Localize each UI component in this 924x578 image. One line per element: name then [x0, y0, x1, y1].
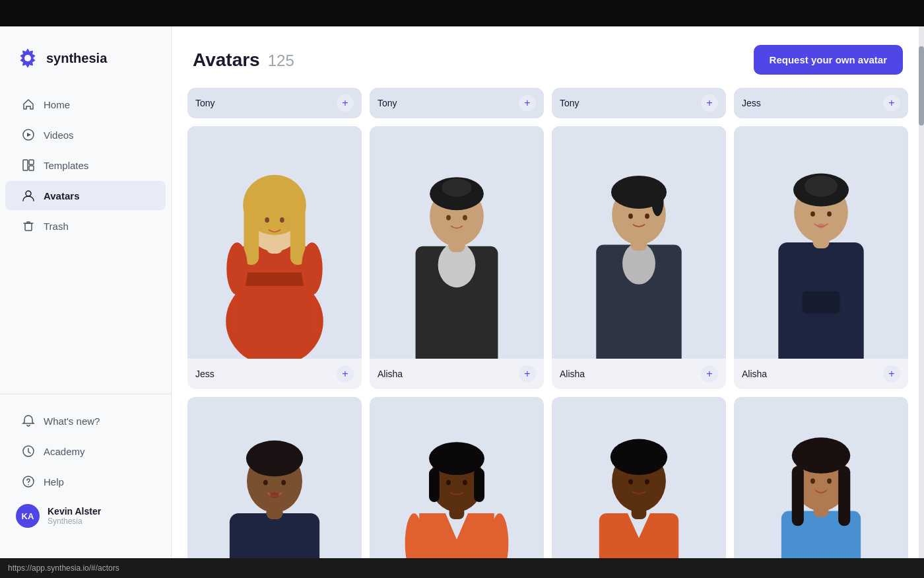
user-info: Kevin Alster Synthesia [48, 506, 101, 526]
svg-point-22 [226, 242, 248, 295]
add-avatar-button[interactable]: + [337, 94, 354, 112]
avatar-card-jess-2[interactable]: Jess + [187, 126, 362, 389]
svg-point-59 [270, 492, 279, 498]
add-avatar-button[interactable]: + [519, 94, 536, 112]
avatar-image-alisha-dark-jacket [552, 126, 726, 359]
videos-icon [21, 127, 36, 142]
avatar-svg-alisha-2 [552, 126, 726, 359]
avatar-card-tony-2[interactable]: Tony + [370, 88, 544, 118]
svg-point-79 [628, 479, 633, 484]
sidebar-item-academy[interactable]: Academy [5, 437, 166, 466]
avatar-svg-alisha-4 [187, 397, 362, 558]
sidebar-item-trash[interactable]: Trash [5, 211, 166, 240]
page-title: Avatars [193, 50, 260, 71]
avatar-card-tony-1[interactable]: Tony + [187, 88, 362, 118]
svg-point-30 [442, 178, 471, 196]
svg-rect-87 [838, 466, 850, 526]
avatar-card-jess-1[interactable]: Jess + [734, 88, 908, 118]
scroll-indicator [919, 26, 924, 558]
main-content: Avatars 125 Request your own avatar Tony… [172, 26, 924, 558]
nav-section: Home Videos [0, 89, 171, 394]
avatar-card-alisha-4[interactable]: Alisha + [187, 397, 362, 558]
sidebar-bottom: What's new? Academy [0, 394, 171, 545]
sidebar-item-whats-new[interactable]: What's new? [5, 406, 166, 435]
add-avatar-button[interactable]: + [337, 365, 354, 382]
avatar-image-olivia [734, 397, 908, 558]
avatar-card-alisha-1[interactable]: Alisha + [370, 126, 544, 389]
sidebar-item-whats-new-label: What's new? [44, 415, 100, 427]
home-icon [21, 97, 36, 112]
add-avatar-button[interactable]: + [519, 365, 536, 382]
svg-marker-2 [27, 133, 31, 137]
help-icon [21, 474, 36, 489]
add-avatar-button[interactable]: + [883, 365, 900, 382]
avatar-image-alisha-navy [734, 126, 908, 359]
svg-rect-44 [803, 291, 840, 314]
svg-point-80 [645, 479, 649, 484]
avatar-svg-jess-red [187, 126, 362, 359]
add-avatar-button[interactable]: + [883, 94, 900, 112]
sidebar-item-avatars[interactable]: Avatars [5, 181, 166, 210]
add-avatar-button[interactable]: + [701, 94, 718, 112]
avatar-svg-olivia [734, 397, 908, 558]
user-area[interactable]: KA Kevin Alster Synthesia [0, 497, 171, 534]
sidebar-item-templates[interactable]: Templates [5, 151, 166, 180]
svg-point-0 [24, 55, 31, 61]
svg-point-56 [246, 441, 303, 477]
avatar-card-lara-2[interactable]: Lara + [552, 397, 726, 558]
avatar-name: Tony [560, 98, 579, 108]
sidebar-item-help-label: Help [44, 476, 64, 488]
academy-icon [21, 444, 36, 458]
svg-point-31 [446, 215, 451, 221]
avatar-image-alisha-navy-2 [187, 397, 362, 558]
avatar-name: Alisha [560, 369, 585, 379]
avatar-svg-lara-1 [370, 397, 544, 558]
svg-point-69 [446, 480, 451, 485]
avatars-scroll[interactable]: Tony + Tony + Tony + [172, 88, 924, 558]
top-bar [0, 0, 924, 26]
logo-text: synthesia [46, 51, 107, 66]
add-avatar-button[interactable]: + [701, 365, 718, 382]
avatars-icon [21, 188, 36, 203]
avatar-label-row: Alisha + [734, 359, 908, 389]
scroll-thumb [919, 46, 924, 126]
svg-point-41 [645, 213, 649, 219]
svg-point-78 [610, 439, 667, 476]
url-display: https://app.synthesia.io/#/actors [8, 563, 119, 573]
avatars-grid: Tony + Tony + Tony + [187, 88, 908, 558]
svg-rect-67 [429, 468, 440, 502]
avatar-label-row: Tony + [552, 88, 726, 118]
avatar-count: 125 [268, 52, 294, 70]
sidebar-item-videos[interactable]: Videos [5, 120, 166, 149]
avatar-label-row: Jess + [187, 359, 362, 389]
svg-point-89 [827, 478, 832, 484]
sidebar-item-help[interactable]: Help [5, 467, 166, 496]
avatar-svg-lara-2 [552, 397, 726, 558]
svg-rect-7 [25, 223, 32, 231]
avatar-card-alisha-3[interactable]: Alisha + [734, 126, 908, 389]
user-company: Synthesia [48, 517, 101, 526]
svg-point-20 [265, 217, 269, 223]
avatar-label-row: Tony + [370, 88, 544, 118]
avatar-card-alisha-2[interactable]: Alisha + [552, 126, 726, 389]
request-avatar-button[interactable]: Request your own avatar [754, 45, 903, 75]
svg-point-49 [810, 211, 815, 217]
svg-rect-3 [23, 160, 28, 170]
svg-point-10 [28, 484, 29, 486]
avatar-label-row: Jess + [734, 88, 908, 118]
page-title-area: Avatars 125 [193, 50, 294, 71]
avatar-svg-alisha-1 [370, 126, 544, 359]
svg-point-51 [817, 224, 824, 229]
svg-point-23 [302, 242, 323, 295]
avatar-name: Jess [742, 98, 761, 108]
sidebar-item-home-label: Home [44, 99, 70, 110]
avatar-name: Alisha [378, 369, 403, 379]
svg-point-40 [628, 213, 633, 219]
sidebar-item-trash-label: Trash [44, 221, 69, 232]
sidebar-item-home[interactable]: Home [5, 90, 166, 119]
avatar-label-row: Tony + [187, 88, 362, 118]
avatar-card-tony-3[interactable]: Tony + [552, 88, 726, 118]
avatar-card-olivia[interactable]: Olivia + [734, 397, 908, 558]
svg-point-70 [463, 480, 467, 485]
avatar-card-lara-1[interactable]: Lara + [370, 397, 544, 558]
